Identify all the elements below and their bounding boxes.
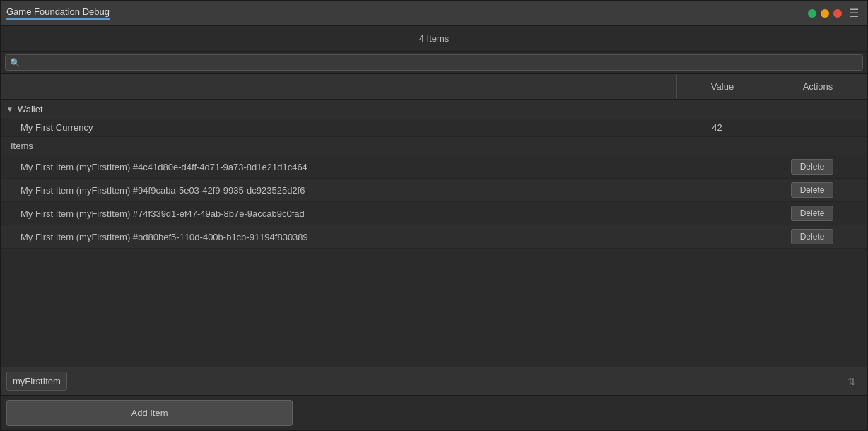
delete-button-3[interactable]: Delete [791, 229, 834, 244]
menu-icon[interactable]: ☰ [846, 5, 862, 21]
item-name-0: My First Item (myFirstItem) #4c41d80e-d4… [20, 162, 671, 172]
title-bar: Game Foundation Debug ☰ [1, 1, 867, 26]
window-title: Game Foundation Debug [6, 6, 110, 20]
item-actions-2: Delete [763, 206, 862, 221]
minimize-button[interactable] [821, 9, 829, 18]
col-actions-header: Actions [768, 74, 867, 99]
main-window: Game Foundation Debug ☰ 4 Items 🔍 Value … [0, 0, 868, 431]
search-icon: 🔍 [10, 58, 20, 68]
dropdown-row: myFirstItem ⇅ [1, 367, 867, 396]
items-label: Items [11, 141, 33, 151]
items-subheader: Items [1, 137, 867, 155]
delete-button-0[interactable]: Delete [791, 159, 834, 175]
close-button[interactable] [833, 9, 842, 18]
table-row: My First Item (myFirstItem) #74f339d1-ef… [1, 202, 867, 225]
bottom-area: myFirstItem ⇅ Add Item [1, 367, 867, 430]
items-count-label: 4 Items [419, 33, 450, 44]
window-controls: ☰ [808, 5, 862, 21]
item-actions-1: Delete [763, 182, 862, 198]
column-header-row: Value Actions [1, 74, 867, 100]
search-input[interactable] [24, 57, 858, 68]
item-actions-3: Delete [763, 229, 862, 244]
item-type-select[interactable]: myFirstItem [6, 372, 67, 391]
wallet-label: Wallet [18, 104, 43, 114]
maximize-button[interactable] [808, 9, 816, 18]
currency-value: 42 [671, 122, 763, 133]
delete-button-2[interactable]: Delete [791, 206, 834, 221]
search-wrapper: 🔍 [5, 54, 863, 71]
table-row: My First Item (myFirstItem) #94f9caba-5e… [1, 179, 867, 202]
select-arrow-icon: ⇅ [848, 376, 856, 387]
item-name-1: My First Item (myFirstItem) #94f9caba-5e… [20, 185, 671, 196]
search-bar: 🔍 [1, 52, 867, 74]
content-area: ▼ Wallet My First Currency 42 Items My F… [1, 100, 867, 367]
col-value-header: Value [676, 74, 768, 99]
item-name-2: My First Item (myFirstItem) #74f339d1-ef… [20, 208, 671, 219]
wallet-section-header[interactable]: ▼ Wallet [1, 100, 867, 119]
title-bar-left: Game Foundation Debug [6, 6, 110, 20]
item-actions-0: Delete [763, 159, 862, 175]
items-count-bar: 4 Items [1, 26, 867, 52]
item-name-3: My First Item (myFirstItem) #bd80bef5-11… [20, 232, 671, 242]
select-wrapper: myFirstItem ⇅ [6, 372, 862, 391]
currency-row: My First Currency 42 [1, 119, 867, 137]
table-row: My First Item (myFirstItem) #4c41d80e-d4… [1, 155, 867, 179]
delete-button-1[interactable]: Delete [791, 182, 834, 198]
currency-name: My First Currency [20, 122, 671, 133]
wallet-collapse-icon: ▼ [6, 105, 13, 113]
add-item-button[interactable]: Add Item [6, 400, 293, 426]
table-row: My First Item (myFirstItem) #bd80bef5-11… [1, 225, 867, 249]
